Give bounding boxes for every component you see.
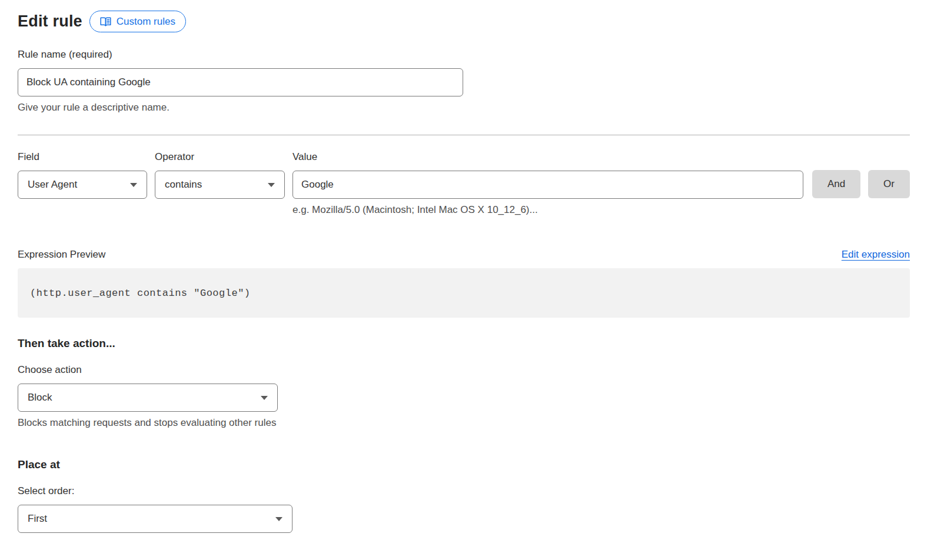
edit-expression-link[interactable]: Edit expression (842, 249, 910, 261)
chevron-down-icon (275, 517, 282, 521)
rule-name-section: Rule name (required) Give your rule a de… (18, 49, 910, 114)
rule-name-input[interactable] (18, 68, 463, 96)
chevron-down-icon (261, 396, 268, 400)
expression-preview-label: Expression Preview (18, 249, 105, 261)
action-select-value: Block (28, 392, 52, 404)
operator-column: Operator contains (155, 151, 285, 199)
expression-section: Expression Preview Edit expression (http… (18, 249, 910, 318)
choose-action-label: Choose action (18, 364, 910, 376)
action-section: Then take action... Choose action Block … (18, 337, 910, 429)
edit-rule-form: Edit rule Custom rules Rule name (requir… (18, 11, 910, 560)
action-helper: Blocks matching requests and stops evalu… (18, 417, 910, 429)
order-select-value: First (28, 513, 47, 525)
operator-label: Operator (155, 151, 285, 163)
condition-row: Field User Agent Operator contains Value… (18, 151, 910, 216)
value-helper: e.g. Mozilla/5.0 (Macintosh; Intel Mac O… (293, 204, 803, 216)
field-column: Field User Agent (18, 151, 147, 199)
placement-section: Place at Select order: First (18, 458, 910, 560)
value-input[interactable] (293, 171, 803, 199)
chevron-down-icon (130, 183, 137, 187)
expression-code: (http.user_agent contains "Google") (30, 288, 251, 299)
or-button[interactable]: Or (868, 170, 910, 198)
custom-rules-docs-label: Custom rules (117, 16, 175, 28)
rule-name-label: Rule name (required) (18, 49, 910, 61)
order-select[interactable]: First (18, 505, 293, 533)
page-title: Edit rule (18, 12, 82, 31)
action-heading: Then take action... (18, 337, 910, 350)
custom-rules-docs-button[interactable]: Custom rules (89, 11, 186, 32)
select-order-label: Select order: (18, 485, 910, 497)
chevron-down-icon (268, 183, 275, 187)
header: Edit rule Custom rules (18, 11, 910, 32)
field-label: Field (18, 151, 147, 163)
expression-code-box: (http.user_agent contains "Google") (18, 268, 910, 318)
operator-select[interactable]: contains (155, 171, 285, 199)
section-divider (18, 135, 910, 135)
place-at-heading: Place at (18, 458, 910, 471)
operator-select-value: contains (165, 179, 202, 191)
value-column: Value e.g. Mozilla/5.0 (Macintosh; Intel… (293, 151, 803, 216)
value-label: Value (293, 151, 803, 163)
field-select-value: User Agent (28, 179, 77, 191)
action-select[interactable]: Block (18, 384, 278, 412)
open-book-icon (100, 17, 111, 26)
and-button[interactable]: And (812, 170, 860, 198)
field-select[interactable]: User Agent (18, 171, 147, 199)
rule-name-helper: Give your rule a descriptive name. (18, 102, 910, 114)
